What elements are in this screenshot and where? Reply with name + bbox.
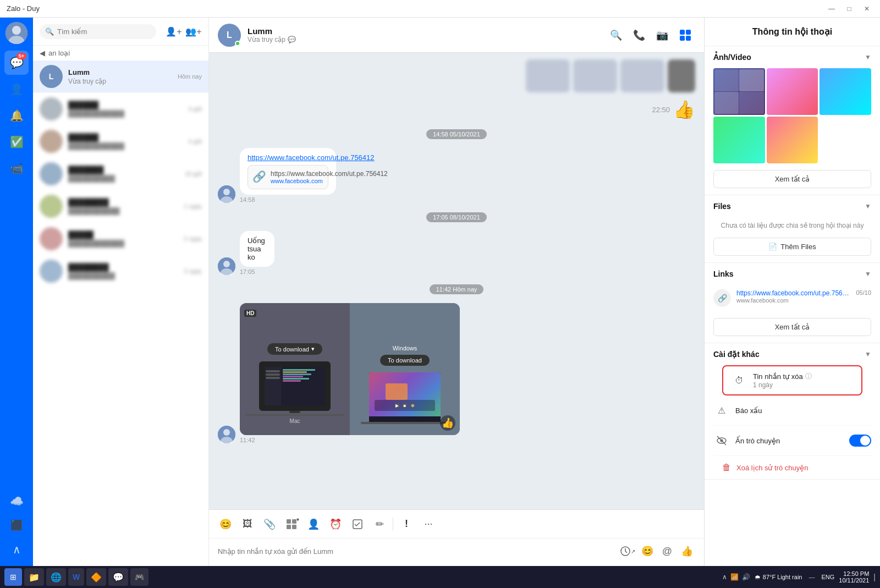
start-button[interactable]: ⊞ [4,568,22,586]
show-desktop-button[interactable]: | [873,573,876,581]
conv-item-3[interactable]: ███████ ██████████ 10 giờ [33,158,208,190]
zalo-icon: 💬 [113,572,124,582]
thumbs-up-send-icon[interactable]: 👍 [679,543,695,559]
view-all-media-button[interactable]: Xem tất cả [713,170,871,188]
priority-button[interactable]: ! [397,514,416,534]
msg-time-text: 17:05 [240,268,298,275]
report-item[interactable]: ⚠ Báo xấu [713,395,871,426]
settings-section-header[interactable]: Cài đặt khác ▼ [705,343,880,365]
conv-item-4[interactable]: ████████ ███████████ 1 ngày [33,190,208,223]
message-link[interactable]: https://www.facebook.com/ut.pe.756412 [248,153,375,162]
link-item-1[interactable]: 🔗 https://www.facebook.com/ut.pe.756412 … [713,285,871,311]
report-info: Báo xấu [735,406,871,415]
conv-time-lumm: Hôm nay [178,73,202,80]
video-call-button[interactable]: 📷 [652,25,672,45]
taskbar-divider: — [809,574,815,580]
hide-conv-label: Ấn trò chuyện [735,437,844,445]
taskbar-clock[interactable]: 12:50 PM 10/11/2021 [839,570,869,584]
chrome-icon: 🌐 [51,572,62,582]
taskbar-zalo[interactable]: 💬 [108,568,128,586]
chat-contact-name: Lumm [248,26,600,36]
conv-item-1[interactable]: ██████ ████████████ 3 giờ [33,93,208,125]
search-input[interactable] [40,24,156,39]
auto-delete-item: ⏱ Tin nhắn tự xóa ⓘ 1 ngày [731,372,854,389]
media-section-title: Ảnh/Video [713,53,751,62]
hide-conv-item[interactable]: Ấn trò chuyện [713,426,871,456]
add-files-button[interactable]: 📄 Thêm Files [713,238,871,256]
panel-title: Thông tin hội thoại [705,18,880,46]
alarm-button[interactable]: ⏰ [326,514,345,534]
sidebar-item-expand[interactable]: ∧ [4,537,29,562]
chat-header-actions: 🔍 📞 📷 [606,25,695,45]
add-group-icon[interactable]: 👥+ [185,23,202,40]
chat-input[interactable] [218,547,614,556]
taskbar-app2[interactable]: 🔶 [86,568,106,586]
image-button[interactable]: 🖼 [238,514,257,534]
app2-icon: 🔶 [91,572,102,582]
checklist-button[interactable] [348,514,367,534]
scheduled-send-icon[interactable]: ↗ [619,543,636,559]
messages-container: 22:50 👍 14:58 05/10/2021 https://www.fac… [209,53,704,509]
maximize-button[interactable]: □ [843,2,856,15]
sidebar-item-notifications[interactable]: 🔔 [4,103,29,128]
sidebar-item-video[interactable]: 📹 [4,156,29,180]
voice-call-button[interactable]: 📞 [629,25,649,45]
msg-row-image: HD To download ▾ [218,303,695,443]
media-thumb-3[interactable] [820,68,871,115]
files-section-header[interactable]: Files ▼ [705,195,880,217]
conv-item-lumm[interactable]: L Lumm Vừa truy cập Hôm nay [33,61,208,93]
at-mention-icon[interactable]: @ [659,543,675,559]
delete-history-item[interactable]: 🗑 Xoá lịch sử trò chuyện [713,456,871,479]
tray-arrow[interactable]: ∧ [722,573,727,581]
conv-item-2[interactable]: ██████ ████████████ 4 giờ [33,125,208,158]
conversation-list: 🔍 👤+ 👥+ ◀ an loại L Lumm Vừa truy cập Hô [33,18,209,566]
draw-button[interactable]: ✏ [370,514,389,534]
media-grid [705,68,880,170]
conv-filter[interactable]: ◀ an loại [33,46,208,61]
sidebar-item-chat[interactable]: 💬 5+ [4,51,29,75]
links-section-arrow: ▼ [865,270,871,278]
view-all-links-button[interactable]: Xem tất cả [713,318,871,336]
close-button[interactable]: ✕ [860,2,873,15]
taskbar-file-explorer[interactable]: 📁 [24,568,44,586]
msg-image-container[interactable]: HD To download ▾ [240,303,460,435]
conv-item-6[interactable]: ████████ ██████████ 3 ngày [33,255,208,288]
media-section-arrow: ▼ [865,53,871,61]
emoji-picker-icon[interactable]: 😊 [639,543,656,559]
media-thumb-2[interactable] [767,68,818,115]
taskbar-word[interactable]: W [68,568,84,586]
conv-item-5[interactable]: █████ ████████████ 2 ngày [33,223,208,255]
sidebar-item-tasks[interactable]: ✅ [4,130,29,154]
media-section-header[interactable]: Ảnh/Video ▼ [705,46,880,68]
msg-time-image: 11:42 [240,437,460,443]
taskbar-weather: 🌧 87°F Light rain [755,574,802,580]
files-section-title: Files [713,202,731,211]
hide-conv-toggle[interactable] [849,435,871,447]
media-thumb-4[interactable] [713,117,765,163]
sticker-button[interactable]: ▾ [282,514,301,534]
files-section-arrow: ▼ [865,202,871,210]
search-message-button[interactable]: 🔍 [606,25,626,45]
conv-info-1: ██████ ████████████ [68,101,183,118]
conv-last-lumm: Vừa truy cập [68,78,172,85]
auto-delete-section[interactable]: ⏱ Tin nhắn tự xóa ⓘ 1 ngày [722,365,862,395]
app-title: Zalo - Duy [7,4,40,13]
attach-button[interactable]: 📎 [260,514,279,534]
media-thumb-1[interactable] [713,68,765,115]
more-button[interactable]: ··· [419,514,438,534]
sidebar-item-cloud[interactable]: ☁️ [4,489,29,513]
add-friend-icon[interactable]: 👤+ [166,23,182,40]
user-avatar[interactable] [6,22,28,44]
emoji-button[interactable]: 😊 [216,514,235,534]
taskbar-chrome[interactable]: 🌐 [46,568,66,586]
media-thumb-5[interactable] [767,117,818,163]
taskbar-discord[interactable]: 🎮 [130,568,148,586]
sidebar-item-contacts[interactable]: 👤 [4,77,29,101]
conv-avatar-1 [40,97,63,120]
sidebar-item-scan[interactable]: ⬛ [4,513,29,537]
link-preview[interactable]: 🔗 https://www.facebook.com/ut.pe.756412 … [248,165,328,189]
info-panel-button[interactable] [675,25,695,45]
links-section-header[interactable]: Links ▼ [705,263,880,285]
contact-share-button[interactable]: 👤 [304,514,323,534]
minimize-button[interactable]: — [825,2,838,15]
